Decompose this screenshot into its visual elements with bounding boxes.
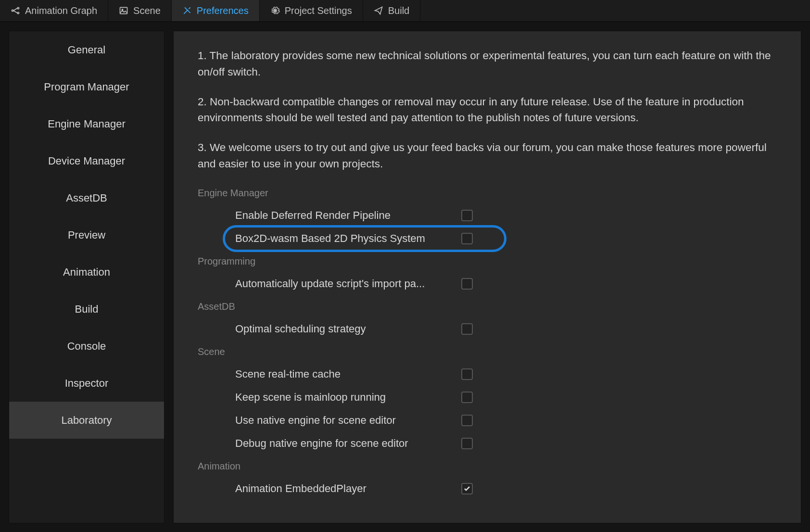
section-title: Engine Manager — [198, 186, 777, 200]
intro-paragraph: 1. The laboratory provides some new tech… — [198, 48, 777, 80]
tab-label: Scene — [133, 5, 161, 16]
tab-animation-graph[interactable]: Animation Graph — [0, 0, 108, 21]
section-assetdb: AssetDB Optimal scheduling strategy — [198, 299, 777, 341]
image-icon — [119, 6, 128, 15]
tab-preferences[interactable]: Preferences — [172, 0, 260, 21]
option-row-auto-import: Automatically update script's import pa.… — [198, 272, 777, 295]
tab-scene[interactable]: Scene — [108, 0, 172, 21]
option-checkbox-optimal-scheduling[interactable] — [461, 323, 473, 335]
send-icon — [374, 6, 383, 15]
sidebar-item-label: Animation — [63, 266, 110, 279]
option-label: Optimal scheduling strategy — [235, 321, 461, 337]
section-engine-manager: Engine Manager Enable Deferred Render Pi… — [198, 186, 777, 250]
option-label: Scene real-time cache — [235, 366, 461, 382]
tab-label: Build — [388, 5, 409, 16]
sidebar-item-label: Engine Manager — [48, 118, 125, 130]
option-label: Automatically update script's import pa.… — [235, 276, 461, 291]
option-checkbox-embedded-player[interactable] — [461, 483, 473, 494]
tools-icon — [182, 6, 192, 15]
option-checkbox-box2d-wasm[interactable] — [461, 233, 473, 244]
option-label: Use native engine for scene editor — [235, 412, 461, 428]
sidebar-item-console[interactable]: Console — [9, 328, 164, 365]
sidebar-item-preview[interactable]: Preview — [9, 216, 164, 253]
sidebar-item-label: AssetDB — [66, 192, 107, 204]
section-title: Animation — [198, 459, 777, 473]
option-checkbox-mainloop[interactable] — [461, 392, 473, 403]
section-animation: Animation Animation EmbeddedPlayer — [198, 459, 777, 500]
option-row-debug-native: Debug native engine for scene editor — [198, 432, 777, 455]
option-row-optimal-scheduling: Optimal scheduling strategy — [198, 317, 777, 341]
option-checkbox-debug-native[interactable] — [461, 438, 473, 449]
option-row-scene-cache: Scene real-time cache — [198, 363, 777, 386]
sidebar-item-label: Build — [75, 303, 99, 316]
intro-paragraph: 3. We welcome users to try out and give … — [198, 139, 777, 172]
option-checkbox-deferred-render[interactable] — [461, 210, 473, 221]
sidebar-item-inspector[interactable]: Inspector — [9, 365, 164, 402]
option-label: Keep scene is mainloop running — [235, 389, 461, 405]
section-title: Scene — [198, 344, 777, 359]
section-title: Programming — [198, 254, 777, 268]
option-row-embedded-player: Animation EmbeddedPlayer — [198, 477, 777, 500]
tab-label: Animation Graph — [25, 5, 97, 16]
svg-point-0 — [12, 10, 13, 11]
sidebar-item-engine-manager[interactable]: Engine Manager — [9, 105, 164, 142]
option-row-deferred-render: Enable Deferred Render Pipeline — [198, 204, 777, 227]
svg-rect-3 — [120, 7, 127, 13]
option-row-native-engine: Use native engine for scene editor — [198, 409, 777, 432]
preferences-panel: 1. The laboratory provides some new tech… — [173, 31, 801, 523]
intro-paragraph: 2. Non-backward compatible changes or re… — [198, 94, 777, 127]
sidebar-item-label: Console — [67, 340, 106, 353]
preferences-sidebar: General Program Manager Engine Manager D… — [9, 31, 165, 523]
option-label: Debug native engine for scene editor — [235, 435, 461, 451]
section-programming: Programming Automatically update script'… — [198, 254, 777, 295]
option-label: Box2D-wasm Based 2D Physics System — [235, 230, 461, 246]
sidebar-item-label: Inspector — [65, 377, 109, 390]
sidebar-item-build[interactable]: Build — [9, 291, 164, 328]
tab-project-settings[interactable]: Project Settings — [260, 0, 363, 21]
sidebar-item-label: Laboratory — [61, 414, 112, 427]
sidebar-item-laboratory[interactable]: Laboratory — [9, 402, 164, 439]
tab-build[interactable]: Build — [363, 0, 420, 21]
option-checkbox-auto-import[interactable] — [461, 278, 473, 290]
sidebar-item-general[interactable]: General — [9, 31, 164, 68]
option-row-box2d-wasm: Box2D-wasm Based 2D Physics System — [198, 227, 777, 250]
sidebar-item-label: General — [68, 44, 105, 56]
svg-point-1 — [17, 7, 19, 9]
section-scene: Scene Scene real-time cache Keep scene i… — [198, 344, 777, 455]
option-label: Enable Deferred Render Pipeline — [235, 207, 461, 223]
laboratory-intro: 1. The laboratory provides some new tech… — [198, 48, 777, 172]
option-row-mainloop: Keep scene is mainloop running — [198, 386, 777, 409]
animation-graph-icon — [11, 6, 20, 15]
option-checkbox-native-engine[interactable] — [461, 415, 473, 426]
sidebar-item-animation[interactable]: Animation — [9, 253, 164, 291]
svg-point-2 — [17, 12, 19, 13]
tab-label: Preferences — [197, 5, 249, 16]
sidebar-item-label: Preview — [68, 229, 105, 241]
tab-label: Project Settings — [285, 5, 352, 16]
gear-icon — [270, 6, 280, 15]
body: General Program Manager Engine Manager D… — [0, 22, 810, 532]
section-title: AssetDB — [198, 299, 777, 314]
option-label: Animation EmbeddedPlayer — [235, 481, 461, 496]
sidebar-item-label: Program Manager — [44, 81, 129, 93]
sidebar-item-device-manager[interactable]: Device Manager — [9, 142, 164, 179]
sidebar-item-program-manager[interactable]: Program Manager — [9, 68, 164, 105]
option-checkbox-scene-cache[interactable] — [461, 368, 473, 380]
sidebar-item-label: Device Manager — [48, 155, 125, 167]
sidebar-item-assetdb[interactable]: AssetDB — [9, 179, 164, 216]
svg-point-5 — [274, 10, 276, 12]
tab-bar: Animation Graph Scene Preferences Projec… — [0, 0, 810, 22]
